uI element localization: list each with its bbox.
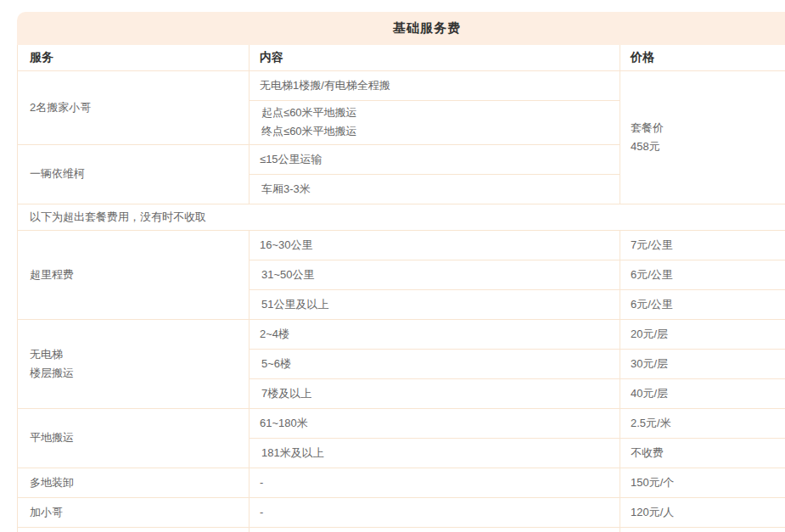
price-cell-mileage-2: 6元/公里 xyxy=(620,260,785,289)
price-cell-package: 套餐价 458元 xyxy=(620,70,785,204)
content-cell-movers-1: 无电梯1楼搬/有电梯全程搬 xyxy=(250,70,620,100)
table-row: 无电梯 楼层搬运 2~4楼 20元/层 xyxy=(18,319,785,349)
price-cell-flat-2: 不收费 xyxy=(620,438,785,468)
content-cell-extra-mover: - xyxy=(250,497,620,527)
service-cell-stairs: 无电梯 楼层搬运 xyxy=(18,319,250,408)
clipped-cell xyxy=(250,527,620,532)
clipped-cell xyxy=(620,527,785,532)
table-row: 2名搬家小哥 无电梯1楼搬/有电梯全程搬 套餐价 458元 xyxy=(18,70,785,100)
col-header-content: 内容 xyxy=(250,45,620,70)
content-cell-flat-1: 61~180米 xyxy=(250,408,620,438)
page: 基础服务费 服务 内容 价格 2名搬家小哥 无电梯1楼搬/有电梯全程搬 套餐价 xyxy=(0,0,785,532)
table-row: 加小哥 - 120元/人 xyxy=(18,497,785,527)
col-header-service: 服务 xyxy=(18,45,250,70)
price-cell-mileage-1: 7元/公里 xyxy=(620,230,785,260)
table-row: 平地搬运 61~180米 2.5元/米 xyxy=(18,408,785,438)
content-cell-stairs-1: 2~4楼 xyxy=(250,319,620,349)
content-cell-van-2: 车厢3-3米 xyxy=(250,174,620,204)
service-cell-movers: 2名搬家小哥 xyxy=(18,70,250,144)
notice-text: 以下为超出套餐费用，没有时不收取 xyxy=(18,204,785,230)
price-cell-stairs-3: 40元/层 xyxy=(620,378,785,408)
content-cell-mileage-3: 51公里及以上 xyxy=(250,289,620,319)
content-cell-mileage-2: 31~50公里 xyxy=(250,260,620,289)
content-cell-mileage-1: 16~30公里 xyxy=(250,230,620,260)
content-cell-stairs-2: 5~6楼 xyxy=(250,349,620,378)
content-cell-van-1: ≤15公里运输 xyxy=(250,144,620,174)
price-cell-stairs-1: 20元/层 xyxy=(620,319,785,349)
table-row-clipped xyxy=(18,527,785,532)
table-row: 多地装卸 - 150元/个 xyxy=(18,468,785,497)
column-header-row: 服务 内容 价格 xyxy=(18,45,785,70)
price-cell-flat-1: 2.5元/米 xyxy=(620,408,785,438)
content-cell-stairs-3: 7楼及以上 xyxy=(250,378,620,408)
clipped-cell xyxy=(18,527,250,532)
service-cell-multi-stop: 多地装卸 xyxy=(18,468,250,497)
content-cell-movers-2: 起点≤60米平地搬运 终点≤60米平地搬运 xyxy=(250,100,620,144)
price-cell-mileage-3: 6元/公里 xyxy=(620,289,785,319)
col-header-price: 价格 xyxy=(620,45,785,70)
notice-row: 以下为超出套餐费用，没有时不收取 xyxy=(18,204,785,230)
table-row: 超里程费 16~30公里 7元/公里 xyxy=(18,230,785,260)
table-title: 基础服务费 xyxy=(393,20,461,36)
service-cell-flat-carry: 平地搬运 xyxy=(18,408,250,468)
service-cell-van: 一辆依维柯 xyxy=(18,144,250,204)
content-cell-flat-2: 181米及以上 xyxy=(250,438,620,468)
price-cell-extra-mover: 120元/人 xyxy=(620,497,785,527)
price-cell-multi-stop: 150元/个 xyxy=(620,468,785,497)
service-cell-extra-mover: 加小哥 xyxy=(18,497,250,527)
pricing-table: 服务 内容 价格 2名搬家小哥 无电梯1楼搬/有电梯全程搬 套餐价 458元 起… xyxy=(17,45,785,532)
pricing-card: 基础服务费 服务 内容 价格 2名搬家小哥 无电梯1楼搬/有电梯全程搬 套餐价 xyxy=(17,12,785,532)
content-cell-multi-stop: - xyxy=(250,468,620,497)
price-cell-stairs-2: 30元/层 xyxy=(620,349,785,378)
table-title-band: 基础服务费 xyxy=(17,12,785,45)
service-cell-mileage: 超里程费 xyxy=(18,230,250,319)
